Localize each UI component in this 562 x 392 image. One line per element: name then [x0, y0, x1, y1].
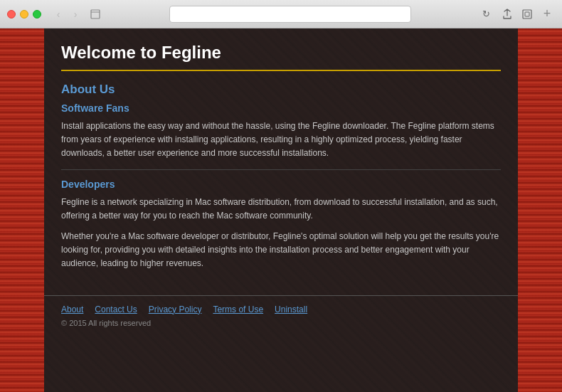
page-view-icon[interactable]	[88, 7, 102, 21]
forward-button[interactable]: ›	[68, 7, 83, 21]
software-fans-text: Install applications the easy way and wi…	[61, 120, 501, 161]
footer-copyright: © 2015 All rights reserved	[61, 319, 501, 327]
page-title: Welcome to Fegline	[61, 43, 501, 71]
carpet-left	[0, 28, 44, 392]
close-button[interactable]	[7, 10, 16, 18]
developers-text-1: Fegline is a network specializing in Mac…	[61, 196, 501, 223]
carpet-right	[518, 28, 562, 392]
browser-chrome: ‹ › ↻ +	[0, 0, 562, 28]
software-fans-heading: Software Fans	[61, 102, 501, 114]
about-us-heading: About Us	[61, 83, 501, 97]
footer-link-privacy[interactable]: Privacy Policy	[149, 304, 202, 314]
address-bar-container	[108, 6, 472, 23]
browser-content: Welcome to Fegline About Us Software Fan…	[0, 28, 562, 392]
content-wrapper: Welcome to Fegline About Us Software Fan…	[44, 28, 518, 292]
main-panel: Welcome to Fegline About Us Software Fan…	[44, 28, 518, 392]
footer-link-contact[interactable]: Contact Us	[95, 304, 137, 314]
traffic-lights	[7, 10, 41, 18]
developers-heading: Developers	[61, 179, 501, 190]
footer-link-terms[interactable]: Terms of Use	[213, 304, 263, 314]
footer-link-about[interactable]: About	[61, 304, 83, 314]
add-tab-button[interactable]: +	[539, 6, 555, 22]
back-button[interactable]: ‹	[51, 7, 65, 21]
nav-buttons: ‹ ›	[51, 7, 83, 21]
svg-rect-2	[523, 10, 531, 18]
svg-rect-0	[91, 10, 100, 18]
new-tab-button[interactable]	[519, 6, 535, 22]
reload-button[interactable]: ↻	[478, 6, 494, 22]
footer-links: About Contact Us Privacy Policy Terms of…	[61, 304, 501, 314]
browser-actions: +	[499, 6, 555, 22]
svg-rect-3	[525, 12, 529, 16]
footer-link-uninstall[interactable]: Uninstall	[275, 304, 307, 314]
maximize-button[interactable]	[33, 10, 41, 18]
address-bar[interactable]	[169, 6, 411, 23]
developers-text-2: Whether you're a Mac software developer …	[61, 230, 501, 271]
share-button[interactable]	[499, 6, 515, 22]
minimize-button[interactable]	[20, 10, 28, 18]
section-divider	[61, 169, 501, 170]
footer: About Contact Us Privacy Policy Terms of…	[44, 295, 518, 333]
